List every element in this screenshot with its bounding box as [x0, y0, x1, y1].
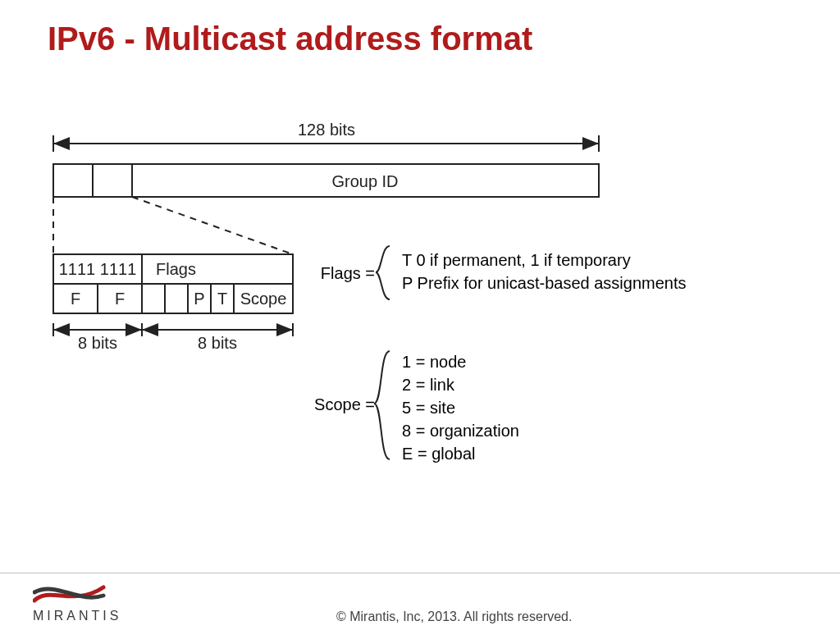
scope-def-label: Scope =	[314, 395, 375, 413]
scope-def-line-0: 1 = node	[402, 353, 466, 371]
f1-label: F	[71, 290, 80, 308]
diagram: 128 bits Group ID 1111 1111 Flags F F P …	[0, 0, 840, 630]
topbar-seg1	[53, 164, 93, 197]
footer-divider	[0, 573, 840, 573]
p-label: P	[194, 290, 204, 308]
flags-def-label: Flags =	[321, 264, 375, 282]
total-width-label: 128 bits	[298, 121, 355, 139]
f2-label: F	[115, 290, 125, 308]
scope-label: Scope	[240, 290, 287, 308]
footer-copyright: © Mirantis, Inc, 2013. All rights reserv…	[336, 609, 572, 624]
scope-def-line-4: E = global	[402, 445, 476, 463]
prefix-bits-label: 1111 1111	[59, 260, 137, 278]
width-right-label: 8 bits	[198, 334, 237, 352]
footer: MIRANTIS © Mirantis, Inc, 2013. All righ…	[0, 573, 840, 630]
flags-label: Flags	[156, 260, 196, 278]
flags-def-line-0: T 0 if permanent, 1 if temporary	[402, 251, 631, 269]
flags-brace-icon	[376, 246, 390, 299]
scope-def-line-2: 5 = site	[402, 399, 455, 417]
topbar-seg2	[93, 164, 132, 197]
flags-def-line-1: P Prefix for unicast-based assignments	[402, 274, 686, 292]
group-id-label: Group ID	[331, 172, 398, 190]
width-left-label: 8 bits	[78, 334, 117, 352]
brand-name: MIRANTIS	[33, 609, 121, 623]
scope-def-line-1: 2 = link	[402, 376, 455, 394]
svg-line-4	[132, 197, 293, 254]
detail-blank2	[165, 284, 188, 313]
scope-brace-icon	[374, 351, 390, 459]
t-label: T	[217, 290, 227, 308]
scope-def-line-3: 8 = organization	[402, 422, 519, 440]
logo-icon	[33, 582, 107, 607]
detail-blank1	[142, 284, 165, 313]
